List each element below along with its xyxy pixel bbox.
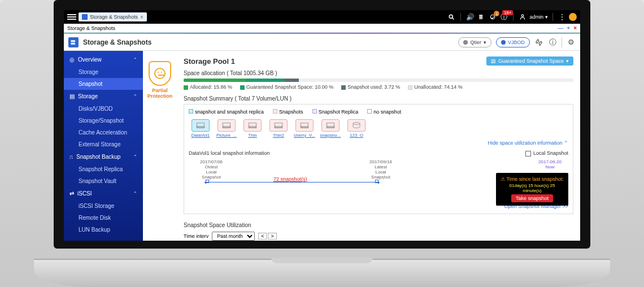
volume-label: 123_O xyxy=(345,133,368,138)
nav-sec-snapshot-backup[interactable]: ⎍ Snapshot Backup ⌃ xyxy=(64,150,143,163)
chevron-down-icon: ▾ xyxy=(484,40,486,45)
qtier-button[interactable]: Qtier ▾ xyxy=(458,37,491,47)
volume-icon xyxy=(243,119,262,132)
take-snapshot-button[interactable]: Take snapshot xyxy=(511,194,553,202)
volume-icon xyxy=(269,119,288,132)
nav-item-cache[interactable]: Cache Acceleration xyxy=(64,127,143,138)
hide-utilization-link[interactable]: Hide space utilization information ⌃ xyxy=(488,140,568,146)
close-window-icon[interactable]: × xyxy=(573,25,577,31)
volume-thin[interactable]: Thin xyxy=(241,119,264,138)
summary-title: Snapshot Summary ( Total 7 Volume/LUN ) xyxy=(184,95,573,102)
window-title: Storage & Snapshots xyxy=(67,25,115,31)
nav-sec-storage[interactable]: ▤ Storage ⌃ xyxy=(64,90,143,103)
nav-item-vault[interactable]: Snapshot Vault xyxy=(64,175,143,187)
devices-icon[interactable] xyxy=(477,12,486,21)
settings-icon[interactable]: ⚙ xyxy=(567,38,576,47)
volume-icon[interactable]: 🔊 xyxy=(465,12,475,21)
space-alloc-title: Space allocation ( Total 1005.34 GB ) xyxy=(184,70,573,76)
chevron-down-icon: ▾ xyxy=(545,14,548,20)
volume-label: cherry_V... xyxy=(293,133,316,138)
volume-cherryv[interactable]: cherry_V... xyxy=(293,119,316,138)
overview-icon: ◎ xyxy=(69,56,75,63)
guaranteed-space-button[interactable]: ▤ Guaranteed Snapshot Space ▾ xyxy=(486,56,573,66)
nav-item-iscsi-storage[interactable]: iSCSI Storage xyxy=(64,200,143,212)
svg-point-15 xyxy=(353,123,360,125)
volume-123o[interactable]: 123_O xyxy=(345,119,368,138)
volume-snapsho[interactable]: snapsho... xyxy=(319,119,342,138)
time-interval-select[interactable]: Past month xyxy=(212,232,255,241)
warning-label: Time since last snapshot: xyxy=(501,176,564,182)
nav-sec-iscsi[interactable]: ⇄ iSCSI ⌃ xyxy=(64,187,143,200)
alert-icon[interactable]: ⓘ 18+ xyxy=(499,12,508,21)
app-tab[interactable]: Storage & Snapshots × xyxy=(79,12,147,21)
storage-app-icon xyxy=(68,37,79,47)
nav-item-storage-snapshot[interactable]: Storage/Snapshot xyxy=(64,115,143,127)
user-menu[interactable]: admin ▾ xyxy=(529,14,548,20)
volume-icon xyxy=(347,119,365,132)
chevron-up-icon: ⌃ xyxy=(133,94,137,99)
more-icon[interactable]: ⋮ xyxy=(558,12,567,21)
svg-line-1 xyxy=(452,18,454,20)
vjbod-icon xyxy=(501,40,506,45)
svg-rect-8 xyxy=(71,42,76,44)
alert-badge: 18+ xyxy=(502,10,514,15)
utilization-title: Snapshot Space Utilization xyxy=(184,222,573,228)
search-icon[interactable] xyxy=(447,12,456,21)
nav-item-external[interactable]: External Storage xyxy=(64,138,143,150)
tools-icon[interactable] xyxy=(534,38,543,47)
space-alloc-bar xyxy=(184,79,573,82)
svg-rect-7 xyxy=(71,40,76,42)
svg-rect-2 xyxy=(480,15,483,16)
space-legend: Allocated: 15.86 % Guaranteed Snapshot S… xyxy=(184,84,573,90)
nav-item-remote[interactable]: Remote Disk xyxy=(64,212,143,224)
latest-snapshot-marker: 2017/09/18 Latest Local Snapshot xyxy=(369,159,392,180)
nav-item-lun[interactable]: LUN Backup xyxy=(64,224,143,236)
snapshot-info-title: DataVol1 local snapshot information xyxy=(189,150,270,156)
tab-label: Storage & Snapshots xyxy=(90,14,138,20)
volume-icon xyxy=(217,119,236,132)
prev-interval-button[interactable]: < xyxy=(258,233,267,240)
dashboard-icon[interactable] xyxy=(569,13,577,21)
chevron-up-icon: ⌃ xyxy=(564,140,568,146)
now-marker: 2017-09-20 Now xyxy=(538,159,562,169)
close-icon[interactable]: × xyxy=(140,14,143,20)
maximize-icon[interactable]: + xyxy=(567,25,570,31)
user-icon[interactable] xyxy=(518,12,527,21)
protection-shield-icon xyxy=(149,61,171,86)
app-icon xyxy=(82,14,88,20)
snapshot-timeline: 2017/07/06 Oldest Local Snapshot 2017/09… xyxy=(189,159,568,199)
snapshot-count-link[interactable]: 72 snapshot(s) xyxy=(273,176,307,182)
svg-rect-4 xyxy=(480,18,483,19)
vjbod-button[interactable]: VJBOD xyxy=(496,37,530,47)
next-interval-button[interactable]: > xyxy=(268,233,276,240)
nav-item-replica[interactable]: Snapshot Replica xyxy=(64,163,143,175)
protection-label: PartialProtection xyxy=(144,88,176,99)
nav-sec-overview[interactable]: ◎ Overview ⌃ xyxy=(64,53,143,66)
time-since-snapshot-box: Time since last snapshot: 01day(s) 15 ho… xyxy=(496,173,568,206)
volume-label: Picture_... xyxy=(215,133,238,138)
help-icon[interactable]: ⓘ xyxy=(548,38,557,47)
notification-icon[interactable]: 1 xyxy=(488,12,497,21)
svg-point-0 xyxy=(450,15,453,18)
snapshot-space-icon: ▤ xyxy=(491,58,496,64)
time-since-value: 01day(s) 15 hour(s) 25 minute(s) xyxy=(501,183,564,193)
nav-item-snapshot[interactable]: Snapshot xyxy=(64,78,143,90)
minimize-icon[interactable]: — xyxy=(558,25,563,31)
volume-picture[interactable]: Picture_... xyxy=(215,119,238,138)
local-snapshot-badge: Local Snapshot xyxy=(525,150,568,156)
volume-icon xyxy=(295,119,314,132)
volume-icon xyxy=(321,119,340,132)
iscsi-icon: ⇄ xyxy=(69,190,74,197)
volume-thin2[interactable]: Thin2 xyxy=(267,119,290,138)
summary-legend: snapshot and snapshot replica Snapshots … xyxy=(189,109,568,115)
storage-icon: ▤ xyxy=(69,93,75,99)
menu-icon[interactable] xyxy=(67,12,76,21)
nav-item-storage[interactable]: Storage xyxy=(64,66,143,78)
volume-datavol1[interactable]: DataVol1 xyxy=(189,119,212,138)
volume-label: snapsho... xyxy=(319,133,342,138)
chevron-up-icon: ⌃ xyxy=(133,57,137,62)
chevron-up-icon: ⌃ xyxy=(133,154,137,159)
svg-rect-3 xyxy=(480,16,483,18)
chevron-down-icon: ▾ xyxy=(566,58,569,64)
nav-item-disks[interactable]: Disks/VJBOD xyxy=(64,103,143,115)
